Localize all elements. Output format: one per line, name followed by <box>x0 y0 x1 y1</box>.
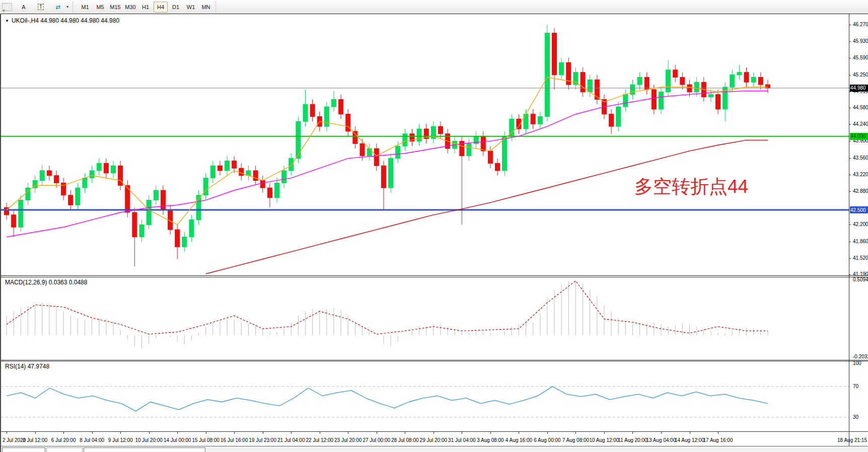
time-axis-tick <box>206 432 206 434</box>
candle-body <box>68 195 73 205</box>
macd-panel[interactable]: MACD(12,26,9) 0.0363 0.0488 <box>1 277 868 360</box>
time-axis-tick <box>462 432 462 434</box>
candle-body <box>260 181 265 188</box>
candle-body <box>267 188 272 198</box>
timeframe-button-w1[interactable]: W1 <box>184 2 198 13</box>
price-axis-tick <box>849 175 851 175</box>
candle-body <box>467 143 471 156</box>
chart-tab[interactable] <box>84 447 205 452</box>
timeframe-button-m15[interactable]: M15 <box>108 2 122 13</box>
panel-splitter[interactable] <box>1 361 868 361</box>
timeframe-button-d1[interactable]: D1 <box>169 2 183 13</box>
candle-body <box>289 159 294 171</box>
price-axis-tick <box>849 141 851 141</box>
time-axis-label: 27 Jul 00:00 <box>363 437 391 443</box>
candle-body <box>581 72 585 92</box>
time-axis-label: 23 Jul 20:00 <box>334 437 362 443</box>
candle-body <box>716 95 720 109</box>
candle-body <box>396 146 400 158</box>
dropdown-caret-icon[interactable]: ▾ <box>66 5 68 9</box>
candle-body <box>76 188 80 205</box>
price-axis-tick <box>849 25 851 25</box>
price-axis-tick <box>849 41 851 42</box>
rsi-indicator-label: RSI(14) 47.9748 <box>5 363 49 370</box>
candle-body <box>154 190 158 200</box>
panel-splitter[interactable] <box>1 277 868 277</box>
candle-body <box>488 151 492 163</box>
time-axis-tick <box>405 432 405 434</box>
price-axis-label: 45.250 <box>853 72 868 78</box>
chart-tab[interactable] <box>46 447 83 452</box>
toolbar-drag-handle-icon[interactable]: F <box>2 3 12 11</box>
candle-body <box>168 210 173 230</box>
candle-body <box>104 163 108 173</box>
macd-indicator-label: MACD(12,26,9) 0.0363 0.0488 <box>5 279 87 286</box>
text-label-button[interactable]: T <box>33 2 49 13</box>
price-chart-panel[interactable]: ▼ UKOil-,H4 44.980 44.980 44.980 44.980 … <box>1 14 868 275</box>
timeframe-button-h4[interactable]: H4 <box>154 2 168 13</box>
candle-body <box>438 126 443 134</box>
time-axis-label: 4 Aug 16:00 <box>505 437 532 443</box>
chart-window[interactable]: ▼ UKOil-,H4 44.980 44.980 44.980 44.980 … <box>0 14 868 452</box>
arrange-arrows-button[interactable]: ⇄ <box>50 2 66 13</box>
timeframe-button-mn[interactable]: MN <box>199 2 213 13</box>
time-axis-label: 6 Jul 20:00 <box>51 437 76 443</box>
chart-tab[interactable] <box>2 447 45 452</box>
timeframe-button-m5[interactable]: M5 <box>93 2 107 13</box>
price-axis-label: 44.580 <box>853 105 868 110</box>
candle-body <box>502 136 507 171</box>
candle-body <box>310 104 315 116</box>
collapse-arrow-icon[interactable]: ▼ <box>5 19 9 23</box>
timeframe-button-m1[interactable]: M1 <box>78 2 92 13</box>
toolbar-separator <box>73 2 76 13</box>
candle-body <box>673 70 678 78</box>
time-axis-tick <box>632 432 633 434</box>
time-axis-tick <box>519 432 519 434</box>
time-axis-tick <box>547 432 548 434</box>
candle-body <box>324 107 329 126</box>
candle-body <box>737 72 742 75</box>
chart-text-annotation[interactable]: 多空转折点44 <box>634 174 748 199</box>
candle-body <box>132 212 137 237</box>
candle-body <box>19 200 23 228</box>
time-axis-tick <box>490 432 491 434</box>
candle-body <box>147 200 151 225</box>
candle-body <box>26 188 30 200</box>
price-axis-tick <box>849 258 851 259</box>
price-axis-tick <box>849 108 851 108</box>
symbol-quote-text: UKOil-,H4 44.980 44.980 44.980 44.980 <box>12 17 119 24</box>
candle-body <box>708 95 713 97</box>
candle-body <box>111 166 116 173</box>
candle-body <box>360 143 365 156</box>
price-axis-label: 41.520 <box>853 255 868 261</box>
annotate-a-button[interactable]: A <box>16 2 32 13</box>
price-axis-tick <box>849 58 851 58</box>
time-axis: 2 Jul 20203 Jul 12:006 Jul 20:008 Jul 04… <box>1 432 868 446</box>
price-axis-label: 46.270 <box>853 22 868 27</box>
panel-border[interactable] <box>1 360 868 360</box>
candle-body <box>403 134 407 146</box>
time-axis-tick <box>575 432 576 434</box>
candle-body <box>232 161 237 168</box>
candle-body <box>189 220 194 237</box>
price-axis-label: 45.930 <box>853 38 868 44</box>
time-axis-tick <box>661 432 662 434</box>
rsi-axis-label: 70 <box>853 384 858 389</box>
rsi-panel[interactable]: RSI(14) 47.9748 <box>1 361 868 432</box>
time-axis-tick <box>604 432 605 434</box>
candle-body <box>381 166 386 188</box>
price-axis-tick <box>849 224 851 225</box>
time-axis-tick <box>377 432 377 434</box>
candle-body <box>210 166 215 178</box>
timeframe-button-h1[interactable]: H1 <box>138 2 153 13</box>
time-axis-label: 3 Aug 08:00 <box>477 437 503 443</box>
panel-border[interactable] <box>1 275 868 276</box>
time-axis-tick <box>718 432 718 434</box>
time-axis-label: 22 Jul 12:00 <box>306 437 334 443</box>
rsi-axis-label: 100 <box>853 360 861 366</box>
timeframe-button-m30[interactable]: M30 <box>123 2 137 13</box>
candle-body <box>751 77 756 82</box>
price-axis-label: 41.190 <box>853 271 868 277</box>
time-axis-tick <box>7 432 7 434</box>
time-axis-tick <box>63 432 64 434</box>
